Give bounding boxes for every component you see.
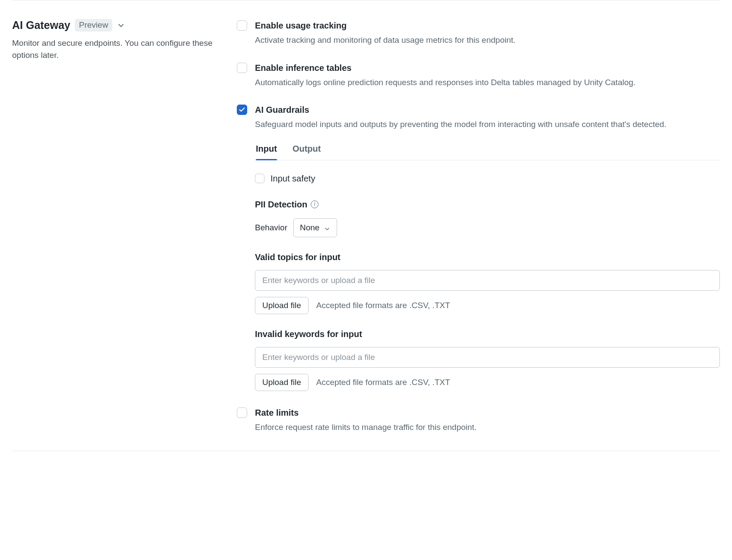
valid-topics-hint: Accepted file formats are .CSV, .TXT: [316, 300, 450, 312]
behavior-select[interactable]: None: [293, 218, 337, 238]
ai-guardrails-desc: Safeguard model inputs and outputs by pr…: [255, 118, 720, 130]
enable-usage-tracking-checkbox[interactable]: [237, 20, 247, 31]
pii-detection-heading: PII Detection i: [255, 198, 720, 210]
valid-topics-upload-button[interactable]: Upload file: [255, 297, 309, 314]
behavior-label: Behavior: [255, 222, 287, 234]
valid-topics-heading: Valid topics for input: [255, 251, 720, 263]
preview-badge: Preview: [75, 19, 113, 32]
invalid-keywords-input[interactable]: [255, 347, 720, 368]
chevron-down-icon[interactable]: [117, 21, 125, 30]
valid-topics-input[interactable]: [255, 270, 720, 291]
input-safety-label: Input safety: [271, 172, 315, 185]
guardrails-tabs: Input Output: [255, 143, 720, 160]
tab-output[interactable]: Output: [293, 143, 321, 160]
enable-inference-tables-checkbox[interactable]: [237, 63, 247, 73]
enable-inference-tables-desc: Automatically logs online prediction req…: [255, 76, 720, 89]
info-icon[interactable]: i: [311, 200, 318, 208]
enable-usage-tracking-desc: Activate tracking and monitoring of data…: [255, 34, 720, 46]
enable-inference-tables-title: Enable inference tables: [255, 62, 720, 74]
section-description: Monitor and secure endpoints. You can co…: [12, 37, 220, 61]
invalid-keywords-hint: Accepted file formats are .CSV, .TXT: [316, 377, 450, 388]
section-divider-top: [12, 0, 720, 0]
invalid-keywords-heading: Invalid keywords for input: [255, 328, 720, 340]
ai-guardrails-checkbox[interactable]: [237, 105, 247, 115]
invalid-keywords-upload-button[interactable]: Upload file: [255, 374, 309, 391]
rate-limits-title: Rate limits: [255, 407, 720, 419]
input-safety-checkbox[interactable]: [255, 174, 264, 183]
pii-detection-label: PII Detection: [255, 198, 307, 210]
tab-input[interactable]: Input: [256, 143, 277, 160]
section-title: AI Gateway: [12, 18, 70, 33]
ai-guardrails-title: AI Guardrails: [255, 104, 720, 116]
rate-limits-checkbox[interactable]: [237, 407, 247, 418]
section-divider-bottom: [12, 451, 720, 451]
rate-limits-desc: Enforce request rate limits to manage tr…: [255, 421, 720, 433]
chevron-down-icon: [324, 224, 331, 231]
behavior-value: None: [300, 222, 319, 234]
enable-usage-tracking-title: Enable usage tracking: [255, 19, 720, 32]
